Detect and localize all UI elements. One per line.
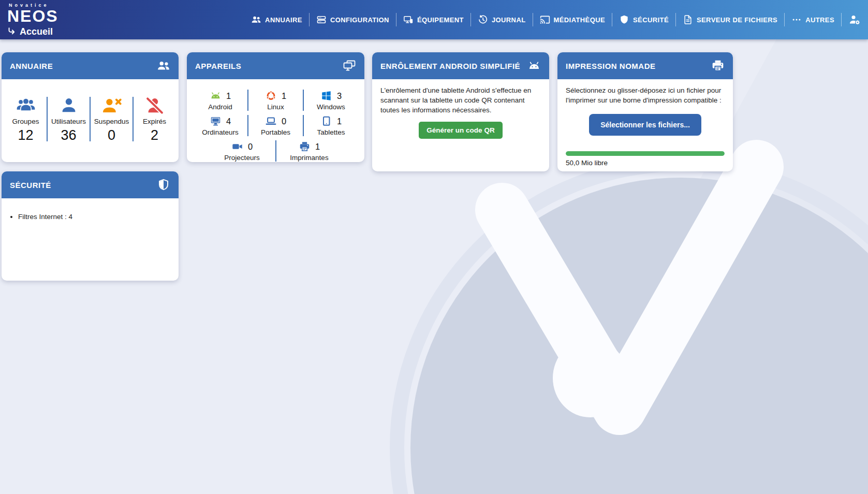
device-count: 1 (282, 91, 286, 101)
stat-expires: Expirés 2 (134, 95, 175, 143)
card-enrolement-android: ENRÔLEMENT ANDROID SIMPLIFIÉ L'enrôlemen… (372, 52, 549, 171)
file-icon (683, 14, 693, 25)
device-stat-linux: 1 Linux (248, 89, 303, 112)
top-nav: ANNUAIRE CONFIGURATION ÉQUIPEMENT JOURNA… (251, 0, 861, 39)
android-icon (210, 90, 222, 101)
nav-item-autres[interactable]: AUTRES (791, 14, 834, 25)
device-label: Imprimantes (276, 154, 343, 162)
nav-account-button[interactable] (848, 13, 861, 26)
stat-value: 36 (48, 127, 90, 143)
nav-label: SÉCURITÉ (633, 16, 669, 24)
nav-separator (309, 13, 310, 26)
breadcrumb-label: Accueil (20, 26, 53, 37)
device-stat-imprimantes: 1 Imprimantes (276, 139, 343, 163)
nav-label: JOURNAL (492, 16, 526, 24)
nav-item-equipement[interactable]: ÉQUIPEMENT (403, 14, 464, 25)
device-label: Android (193, 103, 247, 111)
user-icon (48, 95, 90, 114)
device-count: 0 (248, 142, 253, 152)
projector-icon (231, 141, 243, 152)
device-label: Ordinateurs (193, 128, 247, 136)
card-appareils: APPAREILS 1 Android (187, 52, 364, 162)
enrolement-description: L'enrôlement d'une tablette Android s'ef… (380, 85, 541, 115)
nav-label: MÉDIATHÈQUE (554, 16, 606, 24)
stat-utilisateurs: Utilisateurs 36 (48, 95, 90, 143)
device-stat-projecteurs: 0 Projecteurs (209, 139, 275, 163)
user-slash-icon (134, 95, 175, 114)
ellipsis-icon (791, 14, 802, 25)
history-icon (478, 14, 488, 25)
card-enrolement-header: ENRÔLEMENT ANDROID SIMPLIFIÉ (372, 52, 549, 79)
nav-separator (533, 13, 533, 26)
nav-item-journal[interactable]: JOURNAL (478, 14, 526, 25)
card-title: ENRÔLEMENT ANDROID SIMPLIFIÉ (380, 62, 520, 70)
device-stat-portables: 0 Portables (248, 114, 303, 137)
users-icon (157, 59, 170, 72)
device-count: 0 (282, 117, 286, 126)
users-group-icon (5, 95, 47, 114)
storage-progress-fill (566, 151, 725, 156)
nav-label: CONFIGURATION (330, 16, 389, 24)
select-files-button[interactable]: Sélectionner les fichiers... (589, 114, 701, 136)
device-count: 4 (226, 117, 231, 126)
generate-qr-button[interactable]: Générer un code QR (419, 122, 502, 139)
securite-list-item: Filtres Internet : 4 (18, 213, 179, 221)
stat-suspendus: Suspendus 0 (91, 95, 133, 143)
nav-separator (784, 13, 785, 26)
device-stat-windows: 3 Windows (304, 89, 358, 112)
nav-item-serveur-fichiers[interactable]: SERVEUR DE FICHIERS (683, 14, 777, 25)
device-stat-tablettes: 1 Tablettes (304, 114, 358, 137)
tablet-icon (320, 115, 332, 127)
card-annuaire-header: ANNUAIRE (2, 52, 179, 79)
device-stat-android: 1 Android (193, 89, 247, 112)
nav-label: ANNUAIRE (265, 16, 302, 24)
card-title: ANNUAIRE (10, 62, 53, 70)
storage-free-label: 50,0 Mio libre (566, 159, 725, 167)
windows-icon (320, 90, 332, 101)
stat-label: Groupes (5, 118, 47, 125)
card-securite: SÉCURITÉ Filtres Internet : 4 (2, 171, 179, 281)
securite-list: Filtres Internet : 4 (18, 213, 179, 221)
stat-label: Suspendus (91, 118, 133, 125)
nav-separator (841, 13, 842, 26)
stat-value: 2 (134, 127, 175, 143)
nav-label: ÉQUIPEMENT (417, 16, 464, 24)
card-impression-nomade: IMPRESSION NOMADE Sélectionnez ou glisse… (557, 52, 733, 171)
nav-item-securite[interactable]: SÉCURITÉ (619, 14, 669, 25)
device-label: Windows (304, 103, 358, 111)
device-count: 1 (315, 142, 320, 152)
laptop-icon (265, 115, 277, 127)
nav-label: SERVEUR DE FICHIERS (697, 16, 777, 24)
nav-item-mediatheque[interactable]: MÉDIATHÈQUE (540, 14, 606, 25)
shield-icon (619, 14, 629, 25)
server-icon (316, 14, 327, 25)
card-annuaire: ANNUAIRE Groupes 12 Utilisateurs 36 Susp… (2, 52, 179, 162)
card-securite-header: SÉCURITÉ (2, 171, 179, 198)
nav-item-configuration[interactable]: CONFIGURATION (316, 14, 389, 25)
shield-icon (157, 178, 170, 192)
card-title: APPAREILS (195, 62, 241, 70)
storage-progress-bar (566, 151, 725, 156)
devices-icon (403, 14, 414, 25)
nav-separator (675, 13, 676, 26)
card-appareils-header: APPAREILS (187, 52, 364, 79)
curved-arrow-icon (7, 26, 16, 38)
device-count: 1 (226, 91, 231, 101)
ubuntu-icon (265, 90, 277, 101)
brand-logo[interactable]: Novatice NEOS Accueil (7, 3, 58, 38)
monitor-icon (210, 115, 222, 127)
printer-icon (299, 141, 311, 152)
cast-icon (540, 14, 550, 25)
nav-item-annuaire[interactable]: ANNUAIRE (251, 14, 302, 25)
device-label: Tablettes (304, 128, 358, 136)
breadcrumb-home: Accueil (7, 26, 58, 38)
brand-product: NEOS (7, 8, 58, 25)
card-title: IMPRESSION NOMADE (566, 62, 656, 70)
device-count: 3 (337, 91, 342, 101)
device-count: 1 (337, 117, 342, 126)
monitors-icon (343, 59, 356, 72)
user-x-icon (91, 95, 133, 114)
user-gear-icon (848, 13, 861, 26)
device-label: Linux (248, 103, 303, 111)
top-header: Novatice NEOS Accueil ANNUAIRE CONFIGURA (0, 0, 868, 39)
